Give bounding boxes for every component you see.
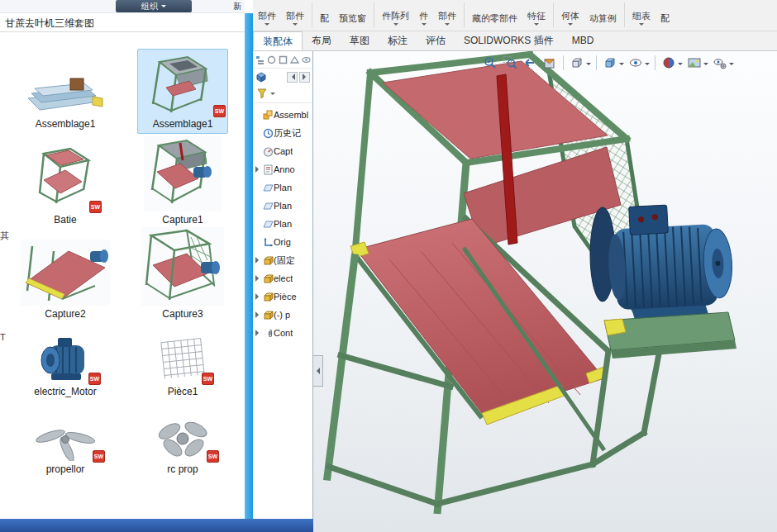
ribbon-button[interactable]: 预览窗 [334, 0, 371, 31]
tree-item-origin[interactable]: Orig [253, 233, 312, 251]
displaymanager-tab-icon[interactable] [302, 55, 311, 64]
ribbon-button[interactable]: 细表 [627, 0, 655, 31]
file-item[interactable]: SW rc prop [144, 412, 222, 479]
file-name: Assemblage1 [36, 118, 96, 130]
tree-item-annotations[interactable]: Anno [253, 160, 312, 178]
tab-sketch[interactable]: 草图 [341, 31, 379, 50]
previous-view-icon[interactable] [522, 55, 538, 71]
expand-arrow-icon[interactable] [255, 293, 262, 300]
view-settings-icon[interactable] [712, 55, 728, 71]
toolbar-separator [596, 55, 597, 70]
history-clock-icon [262, 128, 274, 139]
tree-item-history[interactable]: 历史记 [253, 124, 312, 142]
tree-item-piece1[interactable]: Pièce [253, 287, 312, 306]
file-item[interactable]: Capture2 [13, 235, 117, 324]
dropdown-arrow-icon [265, 23, 269, 28]
tab-solidworks-addins[interactable]: SOLIDWORKS 插件 [455, 31, 563, 50]
expand-arrow-icon[interactable] [255, 166, 262, 173]
dropdown-arrow-icon[interactable] [270, 93, 275, 97]
expand-arrow-icon[interactable] [255, 330, 262, 336]
apply-scene-icon[interactable] [686, 55, 703, 71]
dropdown-arrow-icon[interactable] [678, 63, 683, 68]
ribbon-button[interactable]: 部件 [281, 0, 309, 31]
expand-arrow-icon[interactable] [255, 311, 262, 318]
dropdown-arrow-icon[interactable] [586, 63, 591, 68]
tab-layout[interactable]: 布局 [303, 31, 341, 50]
zoom-area-icon[interactable] [502, 55, 518, 71]
file-item[interactable]: SW electric_Motor [26, 333, 103, 401]
tree-item-fixed-part[interactable]: (固定 [253, 251, 312, 269]
file-grid: Assemblage1 SW [7, 36, 241, 479]
model-3d-view[interactable] [313, 51, 777, 532]
tree-item-sensors[interactable]: Capt [253, 142, 312, 160]
ribbon-button[interactable]: 件 [414, 0, 433, 31]
file-item[interactable]: Capture3 [134, 223, 231, 324]
expand-arrow-icon[interactable] [255, 275, 262, 282]
dropdown-arrow-icon [534, 23, 539, 28]
arrow-left-icon [313, 368, 320, 374]
part-icon [262, 292, 274, 302]
plane-icon [262, 183, 274, 193]
part-icon [262, 310, 274, 321]
dropdown-arrow-icon[interactable] [619, 63, 624, 68]
dropdown-arrow-icon[interactable] [645, 63, 650, 68]
tree-back-button[interactable] [287, 72, 298, 83]
organize-button[interactable]: 组织 [116, 0, 192, 12]
file-item[interactable]: SW Batie [26, 141, 104, 230]
plane-icon [262, 201, 274, 211]
panel-collapse-handle[interactable] [313, 355, 323, 387]
tree-item-mates[interactable]: Cont [253, 324, 312, 342]
tree-forward-button[interactable] [299, 72, 310, 83]
dimxpertmanager-tab-icon[interactable] [290, 55, 299, 64]
section-view-icon[interactable] [541, 55, 558, 71]
hide-show-items-icon[interactable] [627, 55, 644, 71]
ribbon-button[interactable]: 配 [315, 0, 334, 31]
filter-funnel-icon[interactable] [256, 88, 268, 98]
dropdown-arrow-icon[interactable] [729, 63, 734, 68]
tab-annotation[interactable]: 标注 [379, 31, 417, 50]
dropdown-arrow-icon [445, 23, 450, 28]
file-item[interactable]: SW propellor [23, 419, 107, 479]
dropdown-arrow-icon[interactable] [703, 63, 708, 68]
explorer-toolbar: 组织 新 [0, 0, 245, 13]
new-folder-button[interactable]: 新 [233, 1, 241, 12]
window-border [245, 13, 253, 519]
ribbon-button[interactable]: 藏的零部件 [467, 0, 522, 31]
tree-item-plane-2[interactable]: Plan [253, 197, 312, 215]
tab-evaluate[interactable]: 评估 [417, 31, 455, 50]
tab-mbd[interactable]: MBD [563, 31, 603, 50]
expand-arrow-icon[interactable] [255, 257, 262, 264]
ribbon-button[interactable]: 特征 [522, 0, 551, 31]
solidworks-badge-icon: SW [202, 373, 214, 385]
file-explorer-window: 组织 新 甘蔗去叶机三维套图 Assemblage1 [0, 0, 245, 519]
ribbon-button[interactable]: 件阵列 [377, 0, 414, 31]
tree-item-plane-3[interactable]: Plan [253, 215, 312, 233]
paperclip-mates-icon [262, 328, 274, 339]
tree-item-electric-motor[interactable]: elect [253, 269, 312, 287]
assembly-icon [262, 110, 274, 121]
graphics-viewport[interactable] [313, 51, 777, 532]
edit-appearance-icon[interactable] [660, 55, 677, 71]
tree-item-propellor[interactable]: (-) p [253, 306, 312, 324]
ribbon-separator [374, 2, 374, 27]
propertymanager-tab-icon[interactable] [267, 55, 276, 64]
tree-item-assemblage[interactable]: Assembl [253, 106, 312, 124]
solidworks-badge-icon: SW [89, 201, 102, 213]
featuremanager-tab-icon[interactable] [255, 55, 265, 64]
tab-assembly[interactable]: 装配体 [253, 31, 303, 50]
ribbon-button[interactable]: 动算例 [584, 0, 622, 31]
file-item-selected[interactable]: SW Assemblage1 [137, 49, 228, 134]
assembly-cube-icon [255, 71, 267, 83]
file-item[interactable]: Capture1 [136, 131, 229, 230]
ribbon-button[interactable]: 配 [655, 0, 675, 31]
tree-item-plane-1[interactable]: Plan [253, 178, 312, 197]
ribbon-button[interactable]: 何体 [556, 0, 584, 31]
configurationmanager-tab-icon[interactable] [279, 55, 288, 64]
file-item[interactable]: Assemblage1 [17, 70, 113, 134]
ribbon-button[interactable]: 部件 [433, 0, 461, 31]
view-orientation-icon[interactable] [569, 55, 585, 71]
ribbon-button[interactable]: 部件 [253, 0, 281, 31]
zoom-fit-icon[interactable] [482, 55, 498, 71]
file-item[interactable]: SW Pièce1 [149, 330, 217, 401]
display-style-icon[interactable] [602, 55, 618, 71]
